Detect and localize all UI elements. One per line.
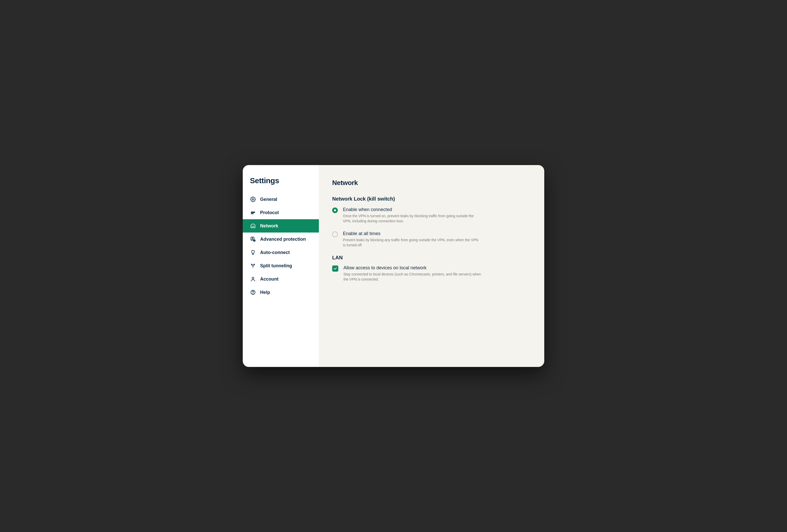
sidebar-item-label: Auto-connect <box>260 250 290 255</box>
svg-rect-2 <box>251 213 254 214</box>
sidebar-item-label: Split tunneling <box>260 263 292 269</box>
sidebar-item-help[interactable]: Help <box>243 286 319 299</box>
sidebar-item-protocol[interactable]: Protocol <box>243 206 319 219</box>
protocol-icon <box>250 210 256 216</box>
account-icon <box>250 276 256 282</box>
lan-option-allow-local[interactable]: Allow access to devices on local network… <box>332 265 529 282</box>
shield-icon <box>250 236 256 242</box>
help-icon <box>250 289 256 295</box>
settings-window: Settings General Protocol Network Advanc… <box>243 165 544 367</box>
sidebar-item-label: Protocol <box>260 210 279 215</box>
svg-point-7 <box>252 238 253 239</box>
svg-point-11 <box>252 277 254 279</box>
lan-heading: LAN <box>332 255 529 261</box>
sidebar-item-advanced-protection[interactable]: Advanced protection <box>243 233 319 246</box>
sidebar-item-label: General <box>260 197 277 202</box>
sidebar-item-label: Help <box>260 290 270 295</box>
gear-icon <box>250 196 256 203</box>
split-icon <box>250 263 256 269</box>
sidebar-item-label: Advanced protection <box>260 237 306 242</box>
bulb-icon <box>250 249 256 256</box>
sidebar-item-auto-connect[interactable]: Auto-connect <box>243 246 319 259</box>
option-label: Enable at all times <box>343 231 481 236</box>
network-lock-option-connected[interactable]: Enable when connected Once the VPN is tu… <box>332 207 529 224</box>
svg-point-13 <box>253 293 253 294</box>
svg-rect-1 <box>251 212 255 213</box>
sidebar-item-network[interactable]: Network <box>243 219 319 233</box>
network-lock-heading: Network Lock (kill switch) <box>332 196 529 202</box>
sidebar-item-general[interactable]: General <box>243 193 319 206</box>
sidebar-item-label: Account <box>260 276 278 282</box>
svg-point-0 <box>252 198 254 200</box>
network-lock-option-always[interactable]: Enable at all times Prevent leaks by blo… <box>332 231 529 248</box>
radio-enable-when-connected[interactable] <box>332 208 338 213</box>
checkbox-allow-local[interactable] <box>332 265 338 272</box>
content-title: Network <box>332 179 529 187</box>
sidebar-item-split-tunneling[interactable]: Split tunneling <box>243 259 319 272</box>
option-description: Once the VPN is turned on, prevent leaks… <box>343 213 481 224</box>
network-icon <box>250 223 256 229</box>
option-description: Stay connected to local devices (such as… <box>343 272 482 282</box>
radio-enable-at-all-times[interactable] <box>332 232 338 237</box>
option-label: Enable when connected <box>343 207 481 212</box>
content-panel: Network Network Lock (kill switch) Enabl… <box>319 165 544 367</box>
sidebar: Settings General Protocol Network Advanc… <box>243 165 319 367</box>
sidebar-title: Settings <box>243 176 319 193</box>
option-description: Prevent leaks by blocking any traffic fr… <box>343 237 481 248</box>
sidebar-item-account[interactable]: Account <box>243 272 319 286</box>
sidebar-item-label: Network <box>260 223 278 229</box>
option-label: Allow access to devices on local network <box>343 265 482 271</box>
